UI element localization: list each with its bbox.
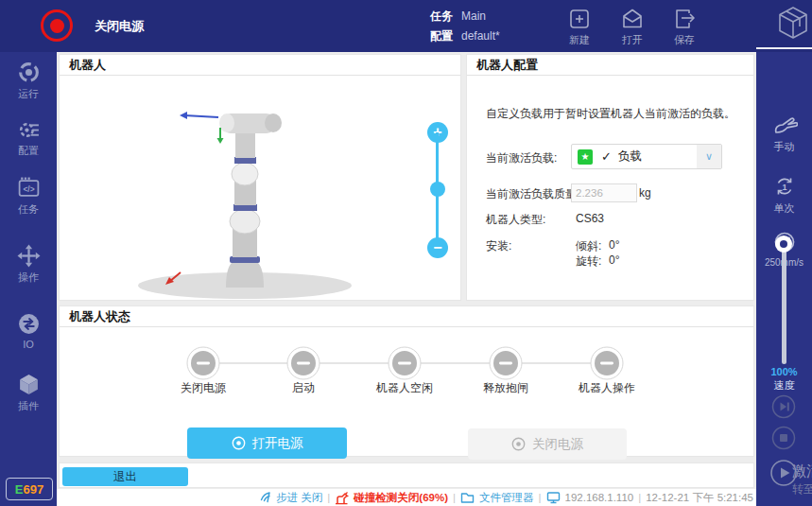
top-bar: 关闭电源 任务 Main 配置 default* 新建 — [0, 0, 812, 52]
mode-manual-button[interactable]: 手动 — [756, 114, 812, 154]
active-payload-label: 当前激活负载: — [486, 150, 557, 166]
sidebar-item-config[interactable]: 配置 — [0, 117, 57, 158]
sidebar-item-run[interactable]: 运行 — [0, 61, 57, 101]
sidebar-item-task[interactable]: </> 任务 — [0, 176, 57, 217]
robot-view-panel: 机器人 + − — [59, 54, 461, 301]
task-config-meta: 任务 Main 配置 default* — [430, 7, 500, 46]
code-window-icon: </> — [17, 176, 41, 200]
mount-label: 安装: — [486, 238, 511, 254]
gear-icon — [17, 117, 41, 141]
robot-panel-title: 机器人 — [60, 55, 460, 76]
collision-icon — [335, 491, 349, 505]
save-button-label: 保存 — [674, 33, 695, 47]
power-circle-icon — [232, 436, 246, 450]
step-circle — [287, 347, 320, 379]
step-circle — [389, 347, 421, 379]
open-button-label: 打开 — [622, 33, 643, 47]
new-task-button[interactable]: 新建 — [558, 7, 601, 47]
statusbar-separator: | — [327, 492, 330, 503]
power-state-label: 关闭电源 — [95, 0, 144, 52]
mount-rotate-value: 0° — [609, 253, 619, 267]
hand-icon — [771, 114, 798, 137]
step-circle — [591, 347, 623, 379]
power-status-button[interactable] — [41, 9, 73, 42]
star-icon: ★ — [581, 151, 590, 162]
active-payload-dropdown[interactable]: ★ ✓ 负载 ∨ — [571, 144, 722, 169]
sidebar-item-label: 配置 — [18, 144, 39, 158]
statusbar-separator: | — [453, 492, 456, 503]
speed-slider-track[interactable] — [782, 244, 786, 364]
error-code-badge[interactable]: E697 — [6, 478, 53, 500]
sidebar-item-operate[interactable]: 操作 — [0, 244, 57, 285]
payload-mass-input[interactable] — [571, 183, 637, 202]
left-sidebar: 运行 配置 </> 任务 — [0, 52, 57, 506]
status-panel-title: 机器人状态 — [60, 306, 753, 327]
zoom-out-button[interactable]: − — [427, 237, 448, 258]
goto-overlay-label: 转至 — [792, 481, 812, 497]
robot-type-value: CS63 — [576, 212, 604, 225]
power-on-button[interactable]: 打开电源 — [187, 427, 347, 459]
slider-handle-dot — [780, 240, 787, 248]
statusbar-separator: | — [539, 492, 542, 503]
datetime: 12-12-21 下午 5:21:45 — [646, 491, 753, 505]
file-manager-link[interactable]: 文件管理器 — [479, 491, 534, 505]
status-stepper — [60, 325, 753, 420]
robot-status-panel: 机器人状态 — [59, 305, 754, 457]
power-on-label: 打开电源 — [252, 435, 303, 452]
step-label: 关闭电源 — [181, 380, 226, 396]
speed-label: 速度 — [756, 378, 812, 393]
step-forward-button[interactable] — [771, 394, 796, 423]
payload-tag-icon: ★ — [578, 149, 593, 165]
step-mode-status[interactable]: 步进 关闭 — [276, 491, 322, 505]
error-code-number: 697 — [23, 482, 43, 497]
step-mode-icon — [258, 491, 271, 504]
step-label: 释放抱闸 — [483, 380, 528, 396]
task-label: 任务 — [430, 7, 453, 26]
statusbar-separator: | — [638, 492, 641, 503]
cycle-single-button[interactable]: 1 单次 — [756, 174, 812, 216]
sidebar-item-label: 运行 — [18, 87, 39, 101]
teach-pendant-screen: 关闭电源 任务 Main 配置 default* 新建 — [0, 0, 812, 506]
exit-row: 退出 — [59, 462, 754, 488]
chevron-down-icon: ∨ — [697, 145, 721, 168]
collision-status[interactable]: 碰撞检测关闭(69%) — [354, 491, 448, 505]
move-arrows-icon — [17, 244, 41, 268]
speed-slider-handle[interactable] — [775, 236, 792, 253]
cube-icon — [17, 373, 41, 396]
run-icon — [17, 61, 41, 84]
step-circle — [187, 347, 219, 379]
exit-button-label: 退出 — [113, 469, 137, 485]
power-off-label: 关闭电源 — [532, 436, 583, 453]
check-icon: ✓ — [601, 149, 612, 164]
step-circle — [490, 347, 522, 379]
sidebar-item-label: 操作 — [18, 270, 39, 285]
save-task-button[interactable]: 保存 — [663, 7, 706, 47]
activate-overlay-label: 激活 — [792, 462, 812, 480]
file-manager-icon — [460, 491, 475, 504]
save-icon — [672, 7, 697, 31]
step-label: 启动 — [292, 380, 315, 396]
mount-tilt-label: 倾斜: — [576, 238, 601, 254]
minus-icon: − — [433, 240, 441, 255]
new-button-label: 新建 — [569, 33, 590, 47]
sidebar-item-io[interactable]: IO — [0, 312, 57, 350]
mount-tilt-value: 0° — [609, 238, 619, 252]
network-monitor-icon — [546, 491, 561, 504]
power-circle-icon — [511, 437, 526, 451]
svg-text:1: 1 — [782, 183, 786, 192]
mount-rotate-label: 旋转: — [576, 253, 601, 270]
topbar-right-separator — [756, 47, 812, 49]
robot-3d-view — [60, 76, 460, 302]
stop-button[interactable] — [771, 426, 796, 454]
sidebar-item-plugin[interactable]: 插件 — [0, 373, 57, 413]
power-off-button[interactable]: 关闭电源 — [468, 428, 627, 460]
single-cycle-icon: 1 — [772, 174, 797, 199]
payload-mass-label: 当前激活负载质量: — [486, 186, 579, 202]
open-task-button[interactable]: 打开 — [611, 7, 654, 47]
bottom-status-bar: 步进 关闭 | 碰撞检测关闭(69%) | 文件管理器 | 192.168.1.… — [57, 489, 756, 506]
config-panel-title: 机器人配置 — [467, 55, 753, 76]
exit-button[interactable]: 退出 — [62, 467, 188, 486]
brand-cube-logo-icon — [775, 5, 811, 48]
robot-type-label: 机器人类型: — [486, 212, 545, 228]
view-zoom-handle[interactable] — [430, 182, 445, 197]
